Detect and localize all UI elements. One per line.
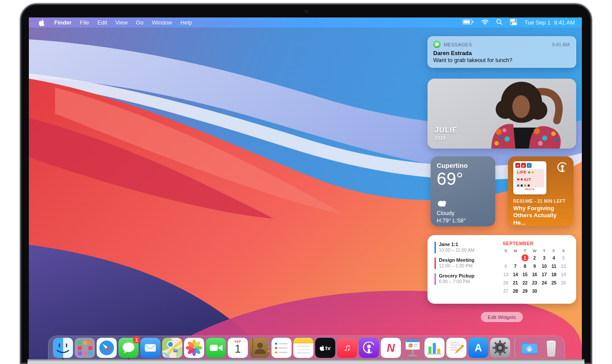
dock-photos[interactable] [184, 338, 204, 358]
dock-calendar[interactable]: SEP 1 [228, 338, 248, 358]
calendar-date[interactable]: 22 [522, 279, 529, 286]
calendar-day-header: F [553, 248, 555, 253]
edit-widgets-button[interactable]: Edit Widgets [481, 312, 523, 322]
calendar-date[interactable]: 28 [512, 288, 519, 295]
weather-city: Cupertino [437, 162, 489, 169]
calendar-date[interactable]: 8 [522, 263, 529, 270]
dock-contacts[interactable] [250, 338, 270, 358]
appstore-icon: A [475, 342, 482, 354]
calendar-date[interactable]: 13 [502, 271, 509, 278]
menu-clock[interactable]: Tue Sep 1 9:41 AM [525, 19, 575, 26]
dock-pages[interactable] [446, 338, 466, 358]
dock-safari[interactable] [97, 338, 117, 358]
calendar-date[interactable]: 4 [550, 254, 557, 261]
apple-menu-icon[interactable] [38, 19, 45, 26]
calendar-day-header: S [562, 248, 565, 253]
messages-notification[interactable]: MESSAGES 9:41 AM Daren Estrada Want to g… [428, 36, 576, 68]
calendar-date[interactable]: 15 [522, 271, 529, 278]
wifi-icon[interactable] [481, 19, 489, 26]
event-title: Grocery Pickup [439, 273, 474, 278]
laptop-frame: FinderFileEditViewGoWindowHelp [20, 3, 592, 364]
dock-facetime[interactable] [206, 338, 226, 358]
clock-time: 9:41 AM [554, 19, 575, 26]
menu-item-help[interactable]: Help [181, 19, 192, 26]
calendar-date[interactable]: 24 [541, 279, 548, 286]
podcast-title: Why Forgiving Others Actually He... [513, 205, 568, 226]
album-word: LIFE [517, 170, 527, 174]
dock-news[interactable]: N [381, 338, 401, 358]
calendar-date[interactable]: 12 [560, 263, 567, 270]
clock-date: Tue Sep 1 [525, 19, 551, 26]
calendar-date[interactable]: 23 [531, 279, 538, 286]
control-center-icon[interactable] [510, 19, 517, 27]
dock-messages[interactable]: 1 [118, 338, 139, 358]
running-indicator [128, 358, 129, 359]
dock-system-preferences[interactable] [490, 338, 510, 358]
dock-reminders[interactable] [271, 338, 292, 358]
calendar-date[interactable]: 10 [541, 263, 548, 270]
calendar-date[interactable]: 27 [502, 288, 509, 295]
messages-badge: 1 [133, 336, 140, 343]
calendar-date[interactable]: 5 [560, 254, 567, 261]
calendar-date[interactable]: 21 [512, 279, 519, 286]
menu-item-edit[interactable]: Edit [97, 19, 107, 26]
calendar-date[interactable]: 30 [531, 288, 538, 295]
menu-item-file[interactable]: File [80, 19, 89, 26]
event-time: 10:00 – 11:00 AM [439, 247, 475, 253]
calendar-date[interactable]: 9 [531, 263, 538, 270]
calendar-date[interactable]: 25 [550, 279, 557, 286]
calendar-date[interactable]: 20 [502, 279, 509, 286]
calendar-widget[interactable]: Jane 1:110:00 – 11:00 AMDesign Meeting12… [428, 235, 576, 304]
menu-item-finder[interactable]: Finder [54, 19, 72, 26]
calendar-date[interactable]: 2 [531, 254, 538, 261]
calendar-date [541, 288, 548, 295]
wallpaper [29, 17, 582, 359]
dock-podcasts[interactable] [359, 338, 379, 358]
dock-appstore[interactable]: A [468, 338, 488, 358]
calendar-date [502, 254, 509, 261]
calendar-date[interactable]: 29 [522, 288, 529, 295]
dock-launchpad[interactable] [75, 338, 95, 358]
laptop-deck [28, 359, 584, 364]
event-title: Jane 1:1 [439, 242, 475, 247]
dock-music[interactable]: ♫ [337, 338, 357, 358]
menu-item-go[interactable]: Go [136, 19, 143, 26]
calendar-date[interactable]: 3 [541, 254, 548, 261]
calendar-grid: SMTWTFS123456789101112131415161718192021… [501, 248, 570, 295]
dock-mail[interactable] [140, 338, 160, 358]
calendar-date[interactable]: 16 [531, 271, 538, 278]
dock-keynote[interactable] [403, 338, 423, 358]
notification-time: 9:41 AM [552, 42, 570, 47]
event-color-bar [435, 242, 436, 253]
calendar-date[interactable]: 17 [541, 271, 548, 278]
menu-item-view[interactable]: View [115, 19, 128, 26]
dock-finder[interactable] [53, 338, 73, 358]
menu-item-window[interactable]: Window [152, 19, 172, 26]
dock-calendar-day: 1 [235, 343, 241, 354]
dock-trash[interactable] [541, 338, 561, 358]
calendar-today[interactable]: 1 [522, 254, 529, 261]
dock-tv[interactable]: tv [315, 338, 335, 358]
npr-letter: n [515, 163, 520, 168]
calendar-date[interactable]: 14 [512, 271, 519, 278]
podcasts-widget[interactable]: n p r LIFE KIT [508, 156, 574, 226]
calendar-date[interactable]: 7 [512, 263, 519, 270]
calendar-date[interactable]: 19 [560, 271, 567, 278]
dock-maps[interactable]: 280 [162, 338, 182, 358]
dock-notes[interactable] [293, 338, 313, 358]
calendar-event[interactable]: Jane 1:110:00 – 11:00 AM [435, 242, 501, 253]
calendar-date[interactable]: 6 [502, 263, 509, 270]
battery-icon[interactable] [462, 19, 474, 26]
weather-widget[interactable]: Cupertino 69° Cloudy H:79° L:58° [431, 156, 495, 226]
calendar-event[interactable]: Design Meeting12:00 – 1:00 PM [435, 257, 501, 269]
dock-downloads-folder[interactable] [519, 338, 539, 358]
dock-divider [515, 338, 515, 358]
photos-widget[interactable]: JULIE 2019 [428, 79, 576, 149]
spotlight-search-icon[interactable] [496, 19, 502, 26]
menu-bar: FinderFileEditViewGoWindowHelp [29, 17, 582, 28]
calendar-date[interactable]: 18 [550, 271, 557, 278]
calendar-event[interactable]: Grocery Pickup6:00 – 7:00 PM [435, 273, 501, 285]
calendar-date[interactable]: 11 [550, 263, 557, 270]
calendar-date[interactable]: 26 [560, 279, 567, 286]
dock-numbers[interactable] [424, 338, 445, 358]
